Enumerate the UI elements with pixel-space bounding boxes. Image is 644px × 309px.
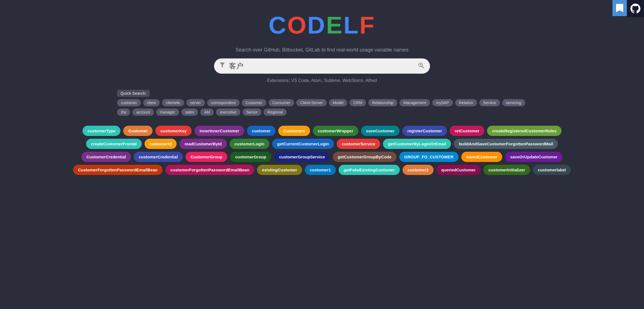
variable-pill[interactable]: Customer bbox=[123, 126, 153, 136]
variable-pill[interactable]: customerService bbox=[337, 139, 380, 149]
variable-pill[interactable]: customer bbox=[247, 126, 276, 136]
quick-tag[interactable]: Customer bbox=[242, 99, 266, 106]
variable-pill[interactable]: customerLogin bbox=[230, 139, 269, 149]
variable-pill[interactable]: customerInitializer bbox=[483, 165, 530, 175]
variable-pill[interactable]: CustomerForgottenPasswordEmailBean bbox=[73, 165, 163, 175]
search-input[interactable] bbox=[229, 62, 418, 70]
variable-pill[interactable]: buildAndSaveCustomerForgottenPasswordMai… bbox=[454, 139, 558, 149]
variable-pill[interactable]: getCustomerByLoginOrEmail bbox=[383, 139, 451, 149]
quick-tag[interactable]: Client-Server bbox=[296, 99, 327, 106]
quick-tags-list: customerclientclienteleservercorresponde… bbox=[117, 99, 527, 116]
variable-pill[interactable]: getCurrentCustomerLogin bbox=[272, 139, 334, 149]
variable-pill[interactable]: savedCustomer bbox=[461, 152, 503, 162]
quick-tag[interactable]: CRM bbox=[349, 99, 366, 106]
variable-pill[interactable]: customerKey bbox=[155, 126, 192, 136]
variable-pill[interactable]: retCustomer bbox=[450, 126, 484, 136]
variable-pill[interactable]: customerCredential bbox=[134, 152, 183, 162]
variable-pill[interactable]: createCustomerFromId bbox=[86, 139, 142, 149]
svg-point-1 bbox=[420, 64, 421, 65]
logo-letter-c: C bbox=[269, 11, 287, 39]
variable-pill[interactable]: getCustomerGroupByCode bbox=[333, 152, 396, 162]
quick-tag[interactable]: AM bbox=[200, 109, 214, 116]
quick-tag[interactable]: executive bbox=[216, 109, 240, 116]
quick-tag[interactable]: Senior bbox=[243, 109, 261, 116]
logo: CODELF bbox=[269, 11, 375, 39]
quick-tag[interactable]: manager bbox=[156, 109, 179, 116]
variable-pill[interactable]: registerCustomer bbox=[402, 126, 447, 136]
logo-letter-l: L bbox=[343, 11, 359, 39]
quick-tag[interactable]: clientele bbox=[162, 99, 184, 106]
quick-tag[interactable]: server bbox=[186, 99, 205, 106]
variable-pill[interactable]: innerInnerCustomer bbox=[194, 126, 244, 136]
logo-letter-d: D bbox=[307, 11, 326, 39]
quick-tag[interactable]: Regional bbox=[264, 109, 287, 116]
variable-pill[interactable]: saveCustomer bbox=[361, 126, 400, 136]
variable-pill[interactable]: customerlabel bbox=[533, 165, 571, 175]
variable-pill[interactable]: CustomerCredential bbox=[81, 152, 131, 162]
github-icon[interactable] bbox=[627, 0, 644, 17]
search-go-icon[interactable] bbox=[418, 62, 424, 70]
quick-search-container: Quick Search: customerclientclienteleser… bbox=[114, 90, 530, 116]
variable-pill[interactable]: Customers bbox=[278, 126, 310, 136]
variable-pill[interactable]: customerType bbox=[83, 126, 120, 136]
variable-pill[interactable]: customer2 bbox=[403, 165, 434, 175]
quick-tag[interactable]: Relationship bbox=[368, 99, 397, 106]
svg-line-2 bbox=[422, 66, 424, 68]
variable-pill[interactable]: createRegisteredCustomerRoles bbox=[487, 126, 561, 136]
quick-tag[interactable]: customer bbox=[117, 99, 141, 106]
variable-pill[interactable]: CustomerGroup bbox=[186, 152, 227, 162]
variable-pill[interactable]: readCustomerById bbox=[179, 139, 226, 149]
quick-tag[interactable]: Model bbox=[329, 99, 347, 106]
variable-pill[interactable]: existingCustomer bbox=[257, 165, 302, 175]
filter-icon bbox=[220, 62, 225, 70]
quick-tag[interactable]: sales bbox=[181, 109, 198, 116]
quick-tag[interactable]: Service bbox=[479, 99, 500, 106]
quick-tag[interactable]: account bbox=[132, 109, 154, 116]
variable-pill[interactable]: saveOrUpdateCustomer bbox=[505, 152, 563, 162]
variable-pill[interactable]: customerWrapper bbox=[313, 126, 358, 136]
bookmark-icon[interactable] bbox=[612, 0, 627, 16]
extensions-label: Extensions: VS Code, Atom, Sublime, WebS… bbox=[267, 78, 377, 83]
logo-letter-e: E bbox=[326, 11, 344, 39]
top-icons bbox=[612, 0, 644, 17]
variable-pill[interactable]: customer1 bbox=[305, 165, 336, 175]
logo-letter-o: O bbox=[287, 11, 307, 39]
variable-pill[interactable]: customerGroup bbox=[230, 152, 271, 162]
main-container: CODELF Search over GitHub, Bitbucket, Gi… bbox=[0, 0, 644, 181]
variable-pill[interactable]: getFakeExistingCustomer bbox=[339, 165, 400, 175]
quick-tag[interactable]: mySAP bbox=[432, 99, 453, 106]
quick-tag[interactable]: correspondent bbox=[207, 99, 240, 106]
pills-container: customerTypeCustomercustomerKeyinnerInne… bbox=[59, 126, 585, 175]
quick-search-label: Quick Search: bbox=[117, 90, 150, 97]
subtitle: Search over GitHub, Bitbucket, GitLab to… bbox=[236, 47, 408, 53]
variable-pill[interactable]: GROUP_FO_CUSTOMER bbox=[399, 152, 458, 162]
quick-tag[interactable]: Relation bbox=[455, 99, 477, 106]
variable-pill[interactable]: queriedCustomer bbox=[436, 165, 481, 175]
quick-tag[interactable]: Management bbox=[400, 99, 430, 106]
search-bar bbox=[214, 58, 430, 74]
logo-letter-f: F bbox=[359, 11, 375, 39]
variable-pill[interactable]: customerForgottenPasswordEmailBean bbox=[165, 165, 254, 175]
variable-pill[interactable]: customerId bbox=[145, 139, 177, 149]
quick-tag[interactable]: client bbox=[143, 99, 160, 106]
quick-tag[interactable]: Consumer bbox=[269, 99, 294, 106]
quick-tag[interactable]: the bbox=[117, 109, 130, 116]
quick-tag[interactable]: servicing bbox=[502, 99, 525, 106]
variable-pill[interactable]: customerGroupService bbox=[274, 152, 330, 162]
